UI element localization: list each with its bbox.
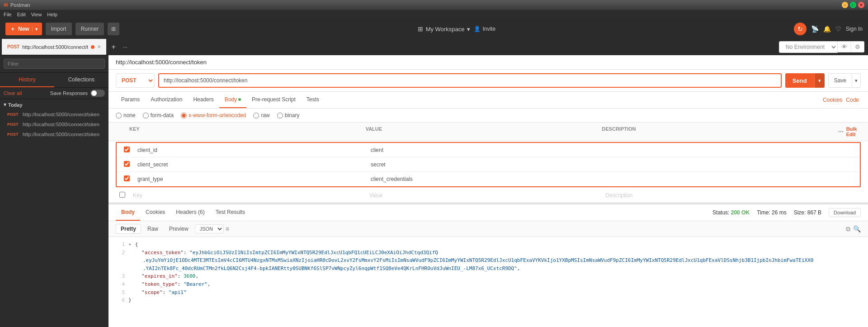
row3-value[interactable]: client_credentials [367,174,600,184]
history-item-1[interactable]: POST http://localhost:5000/connect/token [4,109,105,119]
table-dots-menu[interactable]: ··· [838,128,844,135]
row3-desc[interactable] [600,177,834,181]
row2-checkbox[interactable] [124,161,130,167]
menu-help[interactable]: Help [47,12,57,17]
runner-button[interactable]: Runner [75,23,104,35]
new-button[interactable]: ＋ New ▾ [5,23,42,35]
row1-check [120,145,134,156]
new-tab-button[interactable]: + [107,39,120,55]
sign-in-button[interactable]: Sign In [846,26,863,32]
workspace-button[interactable]: ⊞ My Workspace ▾ [418,25,471,33]
body-type-urlencoded[interactable]: x-www-form-urlencoded [181,112,246,118]
json-line-2b: .eyJuYmYiOjE1ODc4MTE3MTEsImV4cCI6MTU4Nzg… [116,256,861,265]
request-tab[interactable]: POST http://localhost:5000/connect/t ✕ [2,39,107,55]
response-meta: Status: 200 OK Time: 26 ms Size: 867 B D… [712,208,861,217]
save-dropdown-button[interactable]: ▾ [852,73,861,88]
new-dropdown-arrow[interactable]: ▾ [32,27,38,32]
header-check [116,124,129,139]
empty-value[interactable]: Value [366,190,602,200]
body-type-raw[interactable]: raw [253,112,269,118]
tab-tests[interactable]: Tests [301,92,325,108]
item-url-1: http://localhost:5000/connect/token [23,112,99,117]
empty-checkbox[interactable] [119,192,125,198]
request-tab-right: Cookies Code [821,97,861,103]
menu-view[interactable]: View [31,12,42,17]
tab-prerequest[interactable]: Pre-request Script [246,92,301,108]
chevron-down-icon: ▾ [4,102,6,108]
environment-gear-button[interactable]: ⚙ [851,41,864,52]
row2-desc[interactable] [600,163,834,166]
format-pretty-button[interactable]: Pretty [116,224,141,234]
close-button[interactable]: ✕ [858,2,864,8]
tab-authorization[interactable]: Authorization [145,92,188,108]
json-collapse-arrow[interactable]: ▾ [128,241,132,249]
send-dropdown-button[interactable]: ▾ [814,73,825,88]
method-select[interactable]: POST GET PUT DELETE PATCH [116,73,155,88]
search-icon-button[interactable]: 🔍 [853,225,861,233]
search-input[interactable] [4,59,105,69]
format-raw-button[interactable]: Raw [143,224,163,233]
row1-key[interactable]: client_id [134,145,367,155]
resp-tab-cookies[interactable]: Cookies [140,204,170,221]
row2-value[interactable]: secret [367,160,600,170]
environment-select[interactable]: No Environment [779,41,838,53]
download-button[interactable]: Download [829,208,861,217]
response-tabs-bar: Body Cookies Headers (6) Test Results St… [108,204,868,221]
invite-button[interactable]: 👤 Invite [474,26,495,32]
refresh-button[interactable]: ↻ [794,23,807,35]
layout-button[interactable]: ⊞ [108,23,119,35]
body-type-none[interactable]: none [116,112,136,118]
save-button[interactable]: Save [828,73,852,88]
empty-key[interactable]: Key [129,190,366,200]
row2-check [120,159,134,170]
row2-key[interactable]: client_secret [134,160,367,170]
environment-selector[interactable]: No Environment 👁 ⚙ [779,41,864,53]
resp-tab-headers[interactable]: Headers (6) [170,204,210,221]
minimize-button[interactable]: − [842,2,848,8]
save-responses-label: Save Responses [50,90,88,96]
send-button[interactable]: Send [785,73,814,88]
heart-icon-button[interactable]: ♡ [835,25,841,33]
tab-body[interactable]: Body [219,92,246,108]
import-button[interactable]: Import [46,23,72,35]
bulk-edit-button[interactable]: Bulk Edit [846,126,861,137]
sidebar-tab-collections[interactable]: Collections [54,73,108,87]
history-item-3[interactable]: POST http://localhost:5000/connect/token [4,129,105,139]
format-type-select[interactable]: JSON XML HTML Text [195,224,224,233]
row1-desc[interactable] [600,148,834,152]
code-link[interactable]: Code [844,97,861,103]
send-button-group: Send ▾ [785,73,825,88]
tab-headers[interactable]: Headers [188,92,219,108]
history-item-2[interactable]: POST http://localhost:5000/connect/token [4,119,105,129]
cookies-link[interactable]: Cookies [821,97,844,103]
tab-close-icon[interactable]: ✕ [97,44,101,49]
row3-checkbox[interactable] [124,175,130,181]
menu-file[interactable]: File [4,12,12,17]
save-responses-toggle[interactable] [90,90,105,97]
copy-icon-button[interactable]: ⧉ [846,225,850,233]
bell-icon-button[interactable]: 🔔 [823,25,831,33]
response-body-bar: Pretty Raw Preview JSON XML HTML Text ≡ … [108,221,868,237]
url-input[interactable] [158,73,782,88]
resp-tab-body[interactable]: Body [116,204,140,221]
table-row: client_secret secret [117,157,860,172]
format-preview-button[interactable]: Preview [165,224,193,233]
body-type-binary[interactable]: binary [277,112,300,118]
empty-actions [838,194,861,197]
empty-desc[interactable]: Description [602,190,838,200]
sidebar-tab-history[interactable]: History [0,73,54,87]
restore-button[interactable]: □ [850,2,856,8]
tab-params[interactable]: Params [116,92,145,108]
menu-edit[interactable]: Edit [17,12,26,17]
row3-key[interactable]: grant_type [134,174,367,184]
environment-eye-button[interactable]: 👁 [838,41,851,52]
clear-all-button[interactable]: Clear all [4,90,22,96]
tab-more-button[interactable]: ··· [120,39,130,55]
request-panel: http://localhost:5000/connect/token POST… [108,55,868,327]
resp-tab-testresults[interactable]: Test Results [210,204,250,221]
wrap-icon-button[interactable]: ≡ [226,225,229,232]
row1-value[interactable]: client [367,145,600,155]
row1-checkbox[interactable] [124,147,130,152]
body-type-formdata[interactable]: form-data [143,112,174,118]
antenna-icon-button[interactable]: 📡 [811,25,819,33]
